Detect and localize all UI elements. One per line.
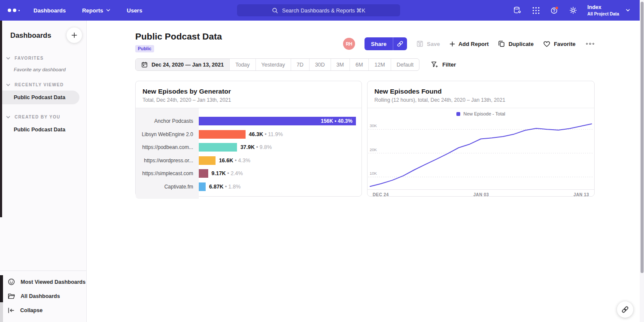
search-bar[interactable]: Search Dashboards & Reports ⌘K: [237, 4, 400, 16]
save-button[interactable]: Save: [416, 40, 440, 47]
share-link-section[interactable]: [393, 37, 407, 50]
date-preset-default[interactable]: Default: [391, 59, 419, 70]
section-empty-note: Favorite any dashboard: [0, 61, 86, 72]
bar-value-label: 6.87K • 1.8%: [209, 184, 240, 190]
project-switcher[interactable]: Index All Project Data: [587, 4, 619, 16]
bar-row: 6.87K • 1.8%: [199, 180, 361, 194]
app-logo-icon[interactable]: [8, 9, 20, 12]
bar-value-label: 16.6K • 4.3%: [219, 158, 250, 164]
date-preset-today[interactable]: Today: [229, 59, 255, 70]
legend-label: New Episode - Total: [463, 111, 505, 116]
bar-value-label: 46.3K • 11.9%: [249, 131, 283, 137]
add-report-button[interactable]: Add Report: [450, 41, 489, 47]
link-icon: [397, 40, 404, 47]
help-icon[interactable]: [550, 6, 559, 15]
window-edge-artifact: [0, 21, 2, 217]
filter-button[interactable]: Filter: [431, 61, 456, 68]
chevron-down-icon: [6, 83, 10, 87]
apps-grid-icon[interactable]: [532, 6, 540, 15]
bar-row: 9.17K • 2.4%: [199, 167, 361, 180]
more-actions-button[interactable]: [585, 41, 595, 47]
chevron-down-icon[interactable]: [626, 9, 630, 12]
duplicate-icon: [498, 40, 505, 47]
section-header-created-by-you[interactable]: CREATED BY YOU: [0, 115, 86, 119]
scrollbar-thumb[interactable]: [641, 2, 644, 273]
folder-icon: [8, 293, 15, 299]
window-edge-artifact: [0, 275, 3, 302]
save-icon: [416, 40, 423, 47]
sidebar-footer-label: Collapse: [20, 307, 43, 313]
date-preset-30d[interactable]: 30D: [309, 59, 331, 70]
bar-category-label: https://wordpress.or...: [136, 154, 199, 167]
x-axis: DEC 24 JAN 03 JAN 13: [368, 189, 594, 199]
bar-captivate-fm[interactable]: [199, 182, 206, 191]
sidebar-item-most-viewed-dashboards[interactable]: Most Viewed Dashboards: [0, 275, 86, 289]
section-header-recently-viewed[interactable]: RECENTLY VIEWED: [0, 82, 86, 87]
section-label: FAVORITES: [15, 56, 44, 61]
plus-icon: [71, 32, 77, 38]
sidebar-title: Dashboards: [10, 31, 51, 39]
favorite-button[interactable]: Favorite: [543, 41, 576, 47]
duplicate-label: Duplicate: [508, 41, 534, 47]
date-preset-3m[interactable]: 3M: [331, 59, 349, 70]
copy-link-floating-button[interactable]: [617, 301, 633, 318]
section-label: CREATED BY YOU: [15, 115, 61, 119]
sidebar-section-favorites: FAVORITESFavorite any dashboard: [0, 56, 86, 72]
card-header[interactable]: New Episodes Found Rolling (12 hours), t…: [368, 81, 594, 108]
add-dashboard-button[interactable]: [67, 27, 82, 43]
bar-value-label: 9.17K • 2.4%: [212, 170, 243, 176]
date-preset-7d[interactable]: 7D: [291, 59, 309, 70]
line-chart-svg: 10K20K30K: [368, 119, 593, 189]
bar-chart-category-labels: Anchor PodcastsLibsyn WebEngine 2.0https…: [136, 108, 199, 199]
line-chart-plot[interactable]: 10K20K30K: [368, 119, 594, 189]
bar-value-label: 156K • 40.3%: [321, 117, 352, 125]
sidebar: Dashboards FAVORITESFavorite any dashboa…: [0, 21, 87, 322]
bar-https-wordpress-or[interactable]: [199, 156, 216, 165]
date-preset-yesterday[interactable]: Yesterday: [255, 59, 291, 70]
date-preset-6m[interactable]: 6M: [349, 59, 368, 70]
chevron-down-icon: [106, 9, 110, 12]
bar-chart-bars: 156K • 40.3%46.3K • 11.9%37.9K • 9.8%16.…: [199, 108, 361, 199]
dot-icon: [589, 43, 591, 45]
avatar[interactable]: RH: [343, 38, 355, 50]
duplicate-button[interactable]: Duplicate: [498, 40, 534, 47]
nav-item-reports[interactable]: Reports: [82, 7, 110, 14]
bar-libsyn-webengine-2-0[interactable]: [199, 130, 246, 139]
nav-item-dashboards[interactable]: Dashboards: [33, 7, 66, 14]
visibility-badge: Public: [135, 45, 154, 52]
sidebar-collapse-button[interactable]: Collapse: [0, 303, 86, 317]
card-subtitle: Total, Dec 24th, 2020 – Jan 13th, 2021: [143, 97, 355, 103]
date-preset-12m[interactable]: 12M: [368, 59, 390, 70]
report-card-new-episodes-by-generator: New Episodes by Generator Total, Dec 24t…: [135, 81, 362, 197]
dot-icon: [586, 43, 588, 45]
sidebar-footer-label: All Dashboards: [21, 293, 60, 299]
settings-gear-icon[interactable]: [569, 6, 577, 15]
report-card-new-episodes-found: New Episodes Found Rolling (12 hours), t…: [367, 81, 595, 197]
chevron-down-icon: [6, 115, 10, 119]
dot-icon: [592, 43, 595, 45]
bar-https-podbean-com[interactable]: [199, 143, 237, 152]
bar-category-label: Libsyn WebEngine 2.0: [136, 128, 199, 141]
filter-funnel-icon: [431, 61, 438, 68]
card-header[interactable]: New Episodes by Generator Total, Dec 24t…: [136, 81, 361, 108]
data-sources-icon[interactable]: [513, 6, 522, 15]
nav-item-users[interactable]: Users: [127, 7, 142, 14]
share-label: Share: [365, 41, 393, 47]
bar-anchor-podcasts[interactable]: 156K • 40.3%: [199, 117, 356, 125]
add-report-label: Add Report: [459, 41, 489, 47]
bar-https-simplecast-com[interactable]: [199, 169, 208, 178]
sidebar-item-all-dashboards[interactable]: All Dashboards: [0, 289, 86, 303]
share-button[interactable]: Share: [365, 37, 407, 50]
x-tick: JAN 13: [574, 192, 589, 197]
y-tick-label: 30K: [370, 123, 377, 128]
bar-category-label: https://podbean.com...: [136, 141, 199, 154]
search-icon: [272, 7, 278, 14]
y-tick-label: 20K: [370, 147, 377, 152]
sidebar-item-public-podcast-data[interactable]: Public Podcast Data: [0, 123, 86, 137]
window-edge-artifact: [0, 302, 3, 322]
calendar-icon: [141, 61, 148, 68]
date-range-picker[interactable]: Dec 24, 2020 — Jan 13, 2021: [136, 59, 229, 70]
section-header-favorites[interactable]: FAVORITES: [0, 56, 86, 61]
sidebar-item-public-podcast-data[interactable]: Public Podcast Data: [0, 91, 79, 104]
plus-icon: [450, 41, 455, 47]
